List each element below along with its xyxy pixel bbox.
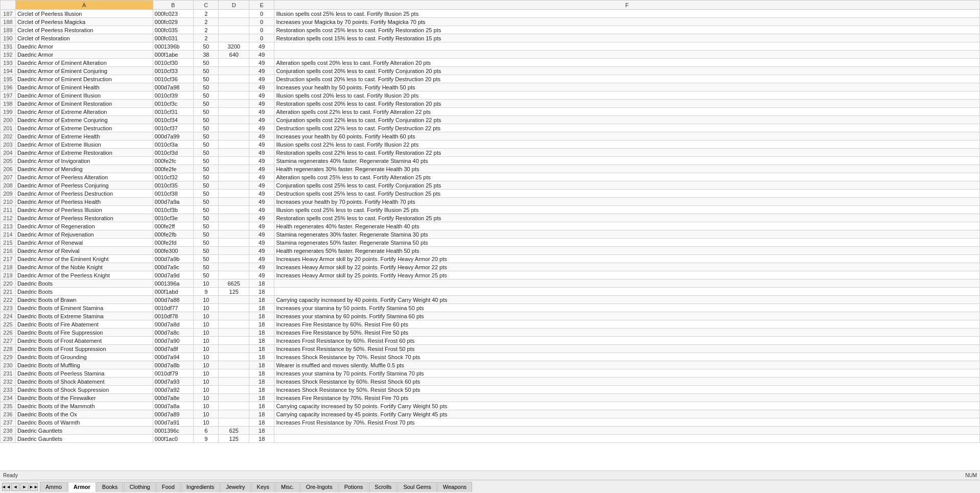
grid-wrapper[interactable]: A B C D E F 187Circlet of Peerless Illus…: [0, 0, 980, 471]
cell-d[interactable]: [219, 181, 249, 190]
cell-e[interactable]: 18: [249, 386, 274, 394]
cell-f[interactable]: [274, 427, 980, 435]
cell-e[interactable]: 18: [249, 353, 274, 361]
cell-b[interactable]: 000fc031: [153, 34, 194, 42]
cell-f[interactable]: Illusion spells cost 22% less to cast. F…: [274, 140, 980, 149]
cell-b[interactable]: 000d7a99: [153, 132, 194, 140]
table-row[interactable]: 198Daedric Armor of Eminent Restoration0…: [1, 100, 980, 108]
nav-prev-arrow[interactable]: ◄: [11, 483, 19, 491]
cell-b[interactable]: 000fc029: [153, 18, 194, 26]
cell-c[interactable]: 50: [194, 230, 219, 239]
cell-e[interactable]: 49: [249, 181, 274, 190]
table-row[interactable]: 193Daedric Armor of Eminent Alteration00…: [1, 59, 980, 67]
cell-f[interactable]: Increases Frost Resistance by 50%. Resis…: [274, 345, 980, 353]
col-header-f[interactable]: F: [274, 1, 980, 10]
cell-d[interactable]: [219, 361, 249, 369]
cell-c[interactable]: 50: [194, 165, 219, 173]
cell-a[interactable]: Daedric Armor of Rejuvenation: [15, 230, 153, 239]
cell-e[interactable]: 18: [249, 402, 274, 410]
cell-d[interactable]: [219, 230, 249, 239]
cell-e[interactable]: 49: [249, 42, 274, 51]
cell-d[interactable]: [219, 10, 249, 18]
cell-a[interactable]: Daedric Armor of Eminent Alteration: [15, 59, 153, 67]
table-row[interactable]: 222Daedric Boots of Brawn000d7a881018Car…: [1, 296, 980, 304]
cell-c[interactable]: 38: [194, 51, 219, 59]
cell-a[interactable]: Daedric Gauntlets: [15, 427, 153, 435]
cell-d[interactable]: 125: [219, 435, 249, 443]
cell-a[interactable]: Circlet of Restoration: [15, 34, 153, 42]
col-header-e[interactable]: E: [249, 1, 274, 10]
cell-d[interactable]: [219, 190, 249, 198]
cell-b[interactable]: 000fe300: [153, 247, 194, 255]
cell-d[interactable]: [219, 173, 249, 181]
cell-c[interactable]: 10: [194, 279, 219, 288]
cell-b[interactable]: 000fe2fd: [153, 239, 194, 247]
table-row[interactable]: 212Daedric Armor of Peerless Restoration…: [1, 214, 980, 222]
table-row[interactable]: 195Daedric Armor of Eminent Destruction0…: [1, 75, 980, 83]
cell-b[interactable]: 000d7a93: [153, 378, 194, 386]
table-row[interactable]: 231Daedric Boots of Peerless Stamina0010…: [1, 369, 980, 378]
cell-b[interactable]: 000d7a89: [153, 410, 194, 418]
cell-c[interactable]: 10: [194, 378, 219, 386]
cell-f[interactable]: Increases Fire Resistance by 60%. Resist…: [274, 320, 980, 328]
cell-e[interactable]: 49: [249, 157, 274, 165]
cell-b[interactable]: 0010cf31: [153, 108, 194, 116]
cell-b[interactable]: 0010cf39: [153, 91, 194, 100]
tab-clothing[interactable]: Clothing: [124, 482, 155, 492]
cell-d[interactable]: [219, 345, 249, 353]
cell-d[interactable]: [219, 337, 249, 345]
cell-a[interactable]: Daedric Armor of Mending: [15, 165, 153, 173]
cell-e[interactable]: 18: [249, 304, 274, 312]
cell-e[interactable]: 49: [249, 239, 274, 247]
table-row[interactable]: 213Daedric Armor of Regeneration000fe2ff…: [1, 222, 980, 230]
tab-misc-[interactable]: Misc.: [275, 482, 300, 492]
cell-a[interactable]: Daedric Boots of Extreme Stamina: [15, 312, 153, 320]
cell-b[interactable]: 0001396c: [153, 427, 194, 435]
cell-b[interactable]: 000fe2fc: [153, 157, 194, 165]
cell-e[interactable]: 18: [249, 361, 274, 369]
cell-b[interactable]: 0001396b: [153, 42, 194, 51]
cell-c[interactable]: 10: [194, 394, 219, 402]
cell-e[interactable]: 49: [249, 165, 274, 173]
cell-b[interactable]: 000d7a9b: [153, 255, 194, 263]
cell-b[interactable]: 0010cf36: [153, 75, 194, 83]
cell-e[interactable]: 49: [249, 198, 274, 206]
col-header-c[interactable]: C: [194, 1, 219, 10]
cell-b[interactable]: 000d7a8a: [153, 402, 194, 410]
cell-a[interactable]: Daedric Boots of Grounding: [15, 353, 153, 361]
cell-c[interactable]: 10: [194, 418, 219, 427]
cell-c[interactable]: 50: [194, 271, 219, 279]
cell-e[interactable]: 18: [249, 320, 274, 328]
cell-e[interactable]: 0: [249, 34, 274, 42]
cell-b[interactable]: 0010cf34: [153, 116, 194, 124]
cell-b[interactable]: 000d7a91: [153, 418, 194, 427]
cell-d[interactable]: [219, 75, 249, 83]
table-row[interactable]: 229Daedric Boots of Grounding000d7a94101…: [1, 353, 980, 361]
table-row[interactable]: 232Daedric Boots of Shock Abatement000d7…: [1, 378, 980, 386]
cell-a[interactable]: Daedric Armor of Regeneration: [15, 222, 153, 230]
cell-f[interactable]: Restoration spells cost 22% less to cast…: [274, 149, 980, 157]
cell-c[interactable]: 10: [194, 312, 219, 320]
cell-e[interactable]: 18: [249, 312, 274, 320]
cell-c[interactable]: 50: [194, 190, 219, 198]
cell-c[interactable]: 10: [194, 320, 219, 328]
cell-f[interactable]: Conjuration spells cost 25% less to cast…: [274, 181, 980, 190]
table-row[interactable]: 234Daedric Boots of the Firewalker000d7a…: [1, 394, 980, 402]
cell-f[interactable]: Stamina regenerates 40% faster. Regenera…: [274, 157, 980, 165]
cell-f[interactable]: Increases Frost Resistance by 60%. Resis…: [274, 337, 980, 345]
cell-e[interactable]: 49: [249, 59, 274, 67]
table-row[interactable]: 214Daedric Armor of Rejuvenation000fe2fb…: [1, 230, 980, 239]
cell-a[interactable]: Daedric Boots: [15, 279, 153, 288]
cell-e[interactable]: 0: [249, 26, 274, 34]
cell-a[interactable]: Daedric Gauntlets: [15, 435, 153, 443]
cell-a[interactable]: Daedric Armor of Eminent Destruction: [15, 75, 153, 83]
cell-a[interactable]: Daedric Armor of Revival: [15, 247, 153, 255]
cell-c[interactable]: 50: [194, 255, 219, 263]
cell-c[interactable]: 50: [194, 108, 219, 116]
cell-f[interactable]: Alteration spells cost 20% less to cast.…: [274, 59, 980, 67]
cell-a[interactable]: Daedric Armor of Eminent Illusion: [15, 91, 153, 100]
cell-d[interactable]: [219, 271, 249, 279]
cell-c[interactable]: 50: [194, 91, 219, 100]
cell-a[interactable]: Daedric Armor of Extreme Conjuring: [15, 116, 153, 124]
cell-e[interactable]: 49: [249, 255, 274, 263]
